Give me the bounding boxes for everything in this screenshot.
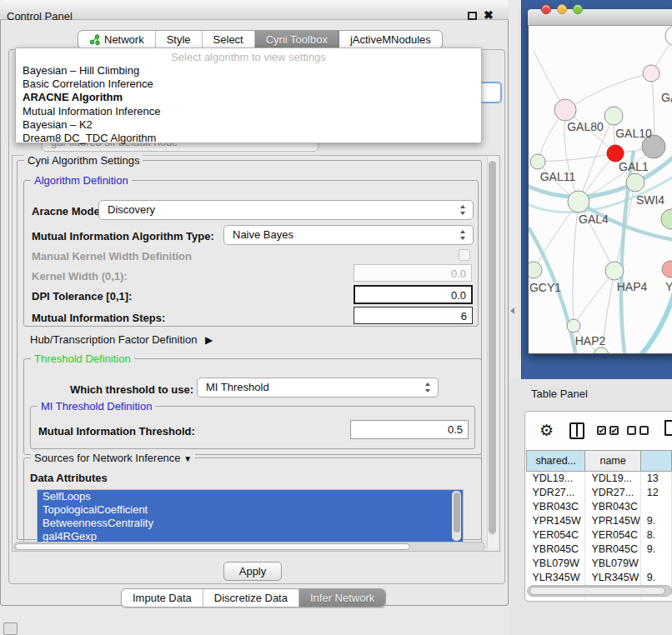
attribute-list-item[interactable]: TopologicalCoefficient	[38, 503, 463, 517]
deselect-all-checkbox-icon[interactable]	[627, 426, 636, 435]
close-traffic-light-icon[interactable]	[541, 4, 551, 14]
column-header[interactable]: name	[585, 451, 640, 472]
mi-steps-label: Mutual Information Steps:	[32, 312, 165, 324]
network-node-hap2[interactable]	[567, 319, 580, 332]
attribute-list-item[interactable]: SelfLoops	[38, 490, 463, 503]
tab-network[interactable]: Network	[78, 31, 156, 48]
column-header[interactable]	[640, 451, 671, 472]
table-row[interactable]: YBR043CYBR043C	[527, 500, 672, 514]
hub-definition-expander[interactable]: Hub/Transcription Factor Definition ▶	[30, 333, 213, 346]
close-icon[interactable]: ✖	[484, 8, 494, 22]
node-attribute-table[interactable]: shared...name YDL19...YDL19...13YDR27...…	[526, 450, 672, 599]
column-layout-icon[interactable]	[569, 422, 584, 439]
table-horizontal-scrollbar-thumb[interactable]	[529, 587, 665, 595]
kernel-width-input[interactable]: 0.0	[354, 264, 472, 282]
network-node-gcy1[interactable]	[529, 262, 542, 278]
node-label-hap4: HAP4	[617, 280, 648, 293]
tab-style[interactable]: Style	[156, 31, 203, 48]
network-node-gal80[interactable]	[554, 99, 576, 121]
mi-type-value: Naive Bayes	[233, 228, 293, 241]
tab-infer-network[interactable]: Infer Network	[299, 589, 385, 607]
data-attributes-label: Data Attributes	[30, 472, 108, 484]
table-row[interactable]: YBL079WYBL079W	[527, 557, 672, 571]
mi-steps-input[interactable]: 6	[354, 307, 473, 324]
table-row[interactable]: YLR345WYLR345W9.	[527, 571, 672, 585]
table-cell	[640, 557, 671, 571]
table-rows[interactable]: YDL19...YDL19...13YDR27...YDR27...12YBR0…	[527, 472, 672, 599]
table-cell: YDR27...	[527, 486, 585, 500]
algorithm-option[interactable]: Bayesian – K2	[16, 118, 481, 132]
network-node-swi4[interactable]	[626, 173, 644, 192]
table-cell: YBL079W	[527, 557, 585, 571]
column-header[interactable]: shared...	[527, 451, 585, 472]
table-row[interactable]: YBR045CYBR045C9.	[527, 542, 672, 557]
table-row[interactable]: YDL19...YDL19...13	[527, 472, 672, 486]
algorithm-dropdown-list: Bayesian – Hill ClimbingBasic Correlatio…	[16, 64, 481, 145]
table-row[interactable]: YPR145WYPR145W9.	[527, 514, 672, 528]
aracne-mode-combo[interactable]: Discovery	[98, 200, 474, 220]
mi-threshold-input[interactable]: 0.5	[350, 420, 469, 439]
network-node-node-cut-top[interactable]	[665, 26, 672, 46]
table-cell: YLR345W	[585, 571, 640, 585]
attribute-list-item[interactable]: gal4RGexp	[38, 530, 463, 542]
settings-gear-icon[interactable]: ⚙	[539, 421, 554, 440]
table-row[interactable]: YDR27...YDR27...12	[527, 486, 672, 500]
table-cell: 9.	[640, 542, 671, 557]
tab-impute-data[interactable]: Impute Data	[122, 589, 203, 607]
node-label-hap2: HAP2	[575, 334, 606, 348]
threshold-definition-title: Threshold Definition	[31, 352, 134, 365]
table-cell: YBL079W	[585, 557, 640, 571]
table-cell: YER054C	[527, 528, 585, 542]
algorithm-option[interactable]: Bayesian – Hill Climbing	[16, 64, 481, 78]
tab-select[interactable]: Select	[203, 31, 255, 48]
table-header[interactable]: shared...name	[527, 451, 672, 472]
network-edge	[538, 153, 615, 162]
attributes-list-scrollbar[interactable]	[452, 491, 461, 541]
dpi-tolerance-input[interactable]: 0.0	[354, 285, 473, 304]
zoom-traffic-light-icon[interactable]	[573, 4, 583, 14]
tab-cyni-toolbox[interactable]: Cyni Toolbox	[255, 31, 339, 48]
which-threshold-value: MI Threshold	[206, 381, 269, 393]
attribute-list-item[interactable]: BetweennessCentrality	[38, 517, 463, 530]
collapse-down-icon[interactable]: ▼	[183, 454, 192, 463]
minimize-traffic-light-icon[interactable]	[557, 4, 567, 14]
network-node-node-cut-bottom[interactable]	[594, 348, 609, 353]
splitter-collapse-icon[interactable]	[510, 308, 514, 314]
control-panel-titlebar[interactable]	[0, 0, 509, 20]
table-cell: YBR045C	[585, 542, 640, 557]
float-window-icon[interactable]	[468, 12, 477, 20]
network-node-node-pink-right[interactable]	[662, 261, 672, 278]
algorithm-option[interactable]: Dream8 DC_TDC Algorithm	[16, 132, 481, 145]
network-node-gal1[interactable]	[607, 145, 624, 162]
table-row[interactable]: YER054CYER054C8.	[527, 528, 672, 542]
import-table-icon[interactable]	[664, 420, 672, 436]
algorithm-option[interactable]: ARACNE Algorithm	[16, 91, 481, 104]
settings-horizontal-scrollbar-thumb[interactable]	[15, 543, 410, 550]
network-node-gal4[interactable]	[568, 191, 589, 212]
manual-kernel-checkbox[interactable]	[459, 249, 470, 261]
network-node-node-green-top[interactable]	[604, 107, 623, 125]
tab-discretize-data[interactable]: Discretize Data	[203, 589, 299, 607]
network-node-gal11[interactable]	[530, 154, 545, 169]
kernel-width-label: Kernel Width (0,1):	[32, 270, 128, 282]
network-canvas[interactable]: GAL80GAL10GAL1GAL11SWI4GAL4GCY1HAP4YHAP2…	[529, 26, 672, 353]
mi-algorithm-type-combo[interactable]: Naive Bayes	[223, 225, 474, 245]
network-node-hap4[interactable]	[605, 262, 624, 280]
algorithm-option[interactable]: Mutual Information Inference	[16, 105, 481, 118]
table-cell: 12	[640, 486, 671, 500]
tab-jactivemnodules[interactable]: jActiveMNodules	[339, 31, 442, 48]
select-all-checkbox-icon[interactable]: ✔	[597, 426, 606, 435]
algorithm-option[interactable]: Basic Correlation Inference	[16, 78, 481, 91]
attributes-list-scrollbar-thumb[interactable]	[454, 492, 460, 532]
collapsed-panel-button[interactable]	[3, 622, 18, 635]
network-node-node-pink-top[interactable]	[643, 65, 659, 82]
network-node-node-green-right[interactable]	[661, 209, 672, 229]
deselect-all-checkbox-icon[interactable]	[639, 426, 649, 435]
settings-vertical-scrollbar-thumb[interactable]	[489, 161, 496, 534]
table-cell: YDL19...	[585, 472, 640, 486]
apply-button[interactable]: Apply	[223, 562, 282, 581]
sources-title: Sources for Network Inference ▼	[31, 452, 195, 464]
which-threshold-combo[interactable]: MI Threshold	[197, 378, 439, 398]
select-all-checkbox-icon[interactable]: ✔	[609, 426, 619, 435]
data-attributes-list[interactable]: SelfLoopsTopologicalCoefficientBetweenne…	[37, 489, 464, 542]
